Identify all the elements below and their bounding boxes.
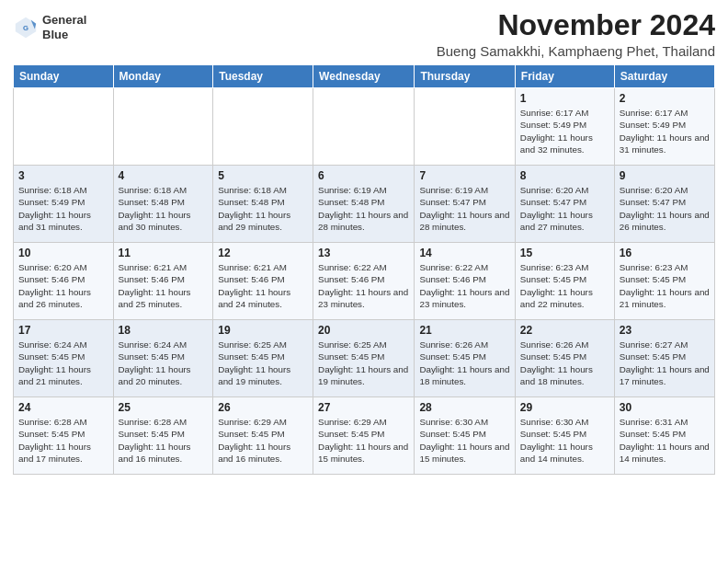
day-info: Sunrise: 6:23 AM Sunset: 5:45 PM Dayligh… [520,261,609,310]
day-cell: 14Sunrise: 6:22 AM Sunset: 5:46 PM Dayli… [415,243,515,320]
day-cell: 26Sunrise: 6:29 AM Sunset: 5:45 PM Dayli… [213,397,313,475]
day-info: Sunrise: 6:27 AM Sunset: 5:45 PM Dayligh… [620,339,710,387]
calendar: SundayMondayTuesdayWednesdayThursdayFrid… [13,64,715,475]
day-number: 8 [520,169,609,182]
day-cell: 21Sunrise: 6:26 AM Sunset: 5:45 PM Dayli… [415,320,515,397]
day-number: 20 [318,324,409,337]
day-number: 23 [620,324,710,337]
day-cell: 20Sunrise: 6:25 AM Sunset: 5:45 PM Dayli… [313,320,415,397]
calendar-body: 1Sunrise: 6:17 AM Sunset: 5:49 PM Daylig… [14,88,715,475]
day-info: Sunrise: 6:23 AM Sunset: 5:45 PM Dayligh… [620,261,710,310]
day-number: 15 [520,247,609,259]
day-header-sunday: Sunday [14,65,114,88]
week-row-3: 10Sunrise: 6:20 AM Sunset: 5:46 PM Dayli… [14,243,715,320]
header-row: SundayMondayTuesdayWednesdayThursdayFrid… [14,65,715,88]
day-number: 10 [18,247,108,259]
day-info: Sunrise: 6:24 AM Sunset: 5:45 PM Dayligh… [119,339,209,387]
title-block: November 2024 Bueng Samakkhi, Kamphaeng … [437,9,715,59]
logo: G General Blue [13,13,86,41]
day-cell: 4Sunrise: 6:18 AM Sunset: 5:48 PM Daylig… [113,166,213,243]
day-number: 26 [218,401,308,414]
day-info: Sunrise: 6:25 AM Sunset: 5:45 PM Dayligh… [318,339,409,387]
day-info: Sunrise: 6:29 AM Sunset: 5:45 PM Dayligh… [218,416,308,465]
day-number: 13 [318,247,409,259]
day-info: Sunrise: 6:18 AM Sunset: 5:48 PM Dayligh… [218,184,308,233]
day-header-friday: Friday [515,65,614,88]
week-row-5: 24Sunrise: 6:28 AM Sunset: 5:45 PM Dayli… [14,397,715,475]
day-number: 1 [520,92,609,105]
day-number: 30 [620,401,710,414]
day-number: 14 [419,247,509,259]
day-info: Sunrise: 6:26 AM Sunset: 5:45 PM Dayligh… [419,339,509,387]
day-number: 28 [419,401,509,414]
day-info: Sunrise: 6:25 AM Sunset: 5:45 PM Dayligh… [218,339,308,387]
day-info: Sunrise: 6:28 AM Sunset: 5:45 PM Dayligh… [119,416,209,465]
day-cell: 30Sunrise: 6:31 AM Sunset: 5:45 PM Dayli… [614,397,714,475]
day-info: Sunrise: 6:18 AM Sunset: 5:49 PM Dayligh… [18,184,108,233]
day-cell [415,88,515,166]
day-cell: 28Sunrise: 6:30 AM Sunset: 5:45 PM Dayli… [415,397,515,475]
day-number: 18 [119,324,209,337]
day-cell [14,88,114,166]
day-number: 11 [119,247,209,259]
day-cell [213,88,313,166]
day-header-wednesday: Wednesday [313,65,415,88]
day-info: Sunrise: 6:17 AM Sunset: 5:49 PM Dayligh… [520,107,609,155]
day-cell: 24Sunrise: 6:28 AM Sunset: 5:45 PM Dayli… [14,397,114,475]
day-number: 2 [620,92,710,105]
day-number: 25 [119,401,209,414]
day-cell: 8Sunrise: 6:20 AM Sunset: 5:47 PM Daylig… [515,166,614,243]
day-header-monday: Monday [113,65,213,88]
day-cell: 19Sunrise: 6:25 AM Sunset: 5:45 PM Dayli… [213,320,313,397]
day-cell: 9Sunrise: 6:20 AM Sunset: 5:47 PM Daylig… [614,166,714,243]
day-cell: 16Sunrise: 6:23 AM Sunset: 5:45 PM Dayli… [614,243,714,320]
logo-line2: Blue [42,28,86,42]
logo-line1: General [42,13,86,28]
day-number: 7 [419,169,509,182]
week-row-2: 3Sunrise: 6:18 AM Sunset: 5:49 PM Daylig… [14,166,715,243]
day-cell: 6Sunrise: 6:19 AM Sunset: 5:48 PM Daylig… [313,166,415,243]
logo-icon: G [13,15,39,40]
main-title: November 2024 [437,9,715,41]
day-info: Sunrise: 6:17 AM Sunset: 5:49 PM Dayligh… [620,107,710,155]
day-number: 5 [218,169,308,182]
day-cell: 25Sunrise: 6:28 AM Sunset: 5:45 PM Dayli… [113,397,213,475]
day-cell: 18Sunrise: 6:24 AM Sunset: 5:45 PM Dayli… [113,320,213,397]
day-header-thursday: Thursday [415,65,515,88]
day-info: Sunrise: 6:19 AM Sunset: 5:48 PM Dayligh… [318,184,409,233]
day-info: Sunrise: 6:28 AM Sunset: 5:45 PM Dayligh… [18,416,108,465]
day-info: Sunrise: 6:20 AM Sunset: 5:47 PM Dayligh… [620,184,710,233]
week-row-1: 1Sunrise: 6:17 AM Sunset: 5:49 PM Daylig… [14,88,715,166]
day-cell [113,88,213,166]
subtitle: Bueng Samakkhi, Kamphaeng Phet, Thailand [437,43,715,59]
day-cell: 17Sunrise: 6:24 AM Sunset: 5:45 PM Dayli… [14,320,114,397]
day-info: Sunrise: 6:22 AM Sunset: 5:46 PM Dayligh… [318,261,409,310]
day-cell: 13Sunrise: 6:22 AM Sunset: 5:46 PM Dayli… [313,243,415,320]
day-info: Sunrise: 6:31 AM Sunset: 5:45 PM Dayligh… [620,416,710,465]
day-cell: 22Sunrise: 6:26 AM Sunset: 5:45 PM Dayli… [515,320,614,397]
day-cell: 5Sunrise: 6:18 AM Sunset: 5:48 PM Daylig… [213,166,313,243]
week-row-4: 17Sunrise: 6:24 AM Sunset: 5:45 PM Dayli… [14,320,715,397]
day-info: Sunrise: 6:26 AM Sunset: 5:45 PM Dayligh… [520,339,609,387]
day-cell: 27Sunrise: 6:29 AM Sunset: 5:45 PM Dayli… [313,397,415,475]
day-number: 3 [18,169,108,182]
day-cell: 15Sunrise: 6:23 AM Sunset: 5:45 PM Dayli… [515,243,614,320]
day-info: Sunrise: 6:29 AM Sunset: 5:45 PM Dayligh… [318,416,409,465]
day-info: Sunrise: 6:30 AM Sunset: 5:45 PM Dayligh… [419,416,509,465]
day-info: Sunrise: 6:20 AM Sunset: 5:47 PM Dayligh… [520,184,609,233]
day-header-tuesday: Tuesday [213,65,313,88]
day-info: Sunrise: 6:21 AM Sunset: 5:46 PM Dayligh… [218,261,308,310]
day-cell: 12Sunrise: 6:21 AM Sunset: 5:46 PM Dayli… [213,243,313,320]
day-cell: 2Sunrise: 6:17 AM Sunset: 5:49 PM Daylig… [614,88,714,166]
logo-text: General Blue [42,13,86,41]
day-number: 19 [218,324,308,337]
day-number: 22 [520,324,609,337]
day-number: 21 [419,324,509,337]
day-cell: 11Sunrise: 6:21 AM Sunset: 5:46 PM Dayli… [113,243,213,320]
day-info: Sunrise: 6:20 AM Sunset: 5:46 PM Dayligh… [18,261,108,310]
day-number: 9 [620,169,710,182]
day-cell [313,88,415,166]
day-number: 12 [218,247,308,259]
day-number: 17 [18,324,108,337]
day-number: 4 [119,169,209,182]
